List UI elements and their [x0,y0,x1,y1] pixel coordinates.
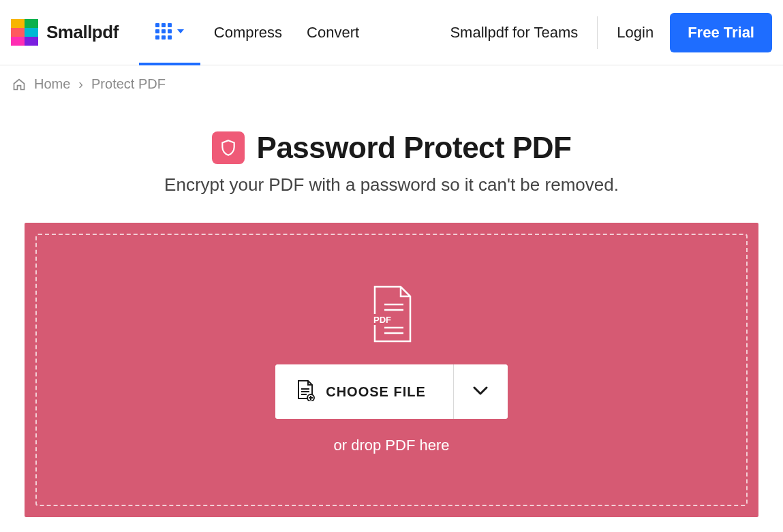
dropzone[interactable]: PDF CHOOSE FILE [35,234,748,506]
dropzone-container: PDF CHOOSE FILE [25,223,758,517]
home-icon [12,78,26,91]
hero: Password Protect PDF Encrypt your PDF wi… [0,131,783,195]
drop-hint: or drop PDF here [334,437,450,454]
choose-file-label: CHOOSE FILE [326,384,426,400]
header: Smallpdf Compress Convert Smallpdf for T… [0,0,783,65]
choose-file-options-button[interactable] [453,364,508,419]
breadcrumb-separator: › [78,76,83,92]
main-nav: Compress Convert Smallpdf for Teams [214,24,579,42]
chevron-down-icon [473,386,488,398]
free-trial-button[interactable]: Free Trial [670,13,772,52]
document-add-icon [296,379,315,405]
page-subtitle: Encrypt your PDF with a password so it c… [27,174,756,195]
page-title: Password Protect PDF [257,131,572,165]
choose-file-group: CHOOSE FILE [275,364,508,419]
nav-teams[interactable]: Smallpdf for Teams [450,24,578,42]
logo-mark-icon [11,19,38,46]
pdf-file-icon: PDF [368,285,416,347]
shield-icon [212,131,245,164]
chevron-down-icon [177,29,184,33]
logo[interactable]: Smallpdf [11,19,119,46]
brand-name: Smallpdf [46,22,119,43]
login-link[interactable]: Login [617,24,654,42]
apps-grid-icon [155,23,172,40]
divider [597,16,598,49]
breadcrumb-current: Protect PDF [91,76,166,92]
breadcrumb-home[interactable]: Home [34,76,70,92]
svg-text:PDF: PDF [373,315,391,325]
nav-compress[interactable]: Compress [214,24,282,42]
apps-menu-button[interactable] [139,0,200,65]
nav-convert[interactable]: Convert [307,24,359,42]
choose-file-button[interactable]: CHOOSE FILE [275,364,453,419]
breadcrumb: Home › Protect PDF [0,65,783,104]
